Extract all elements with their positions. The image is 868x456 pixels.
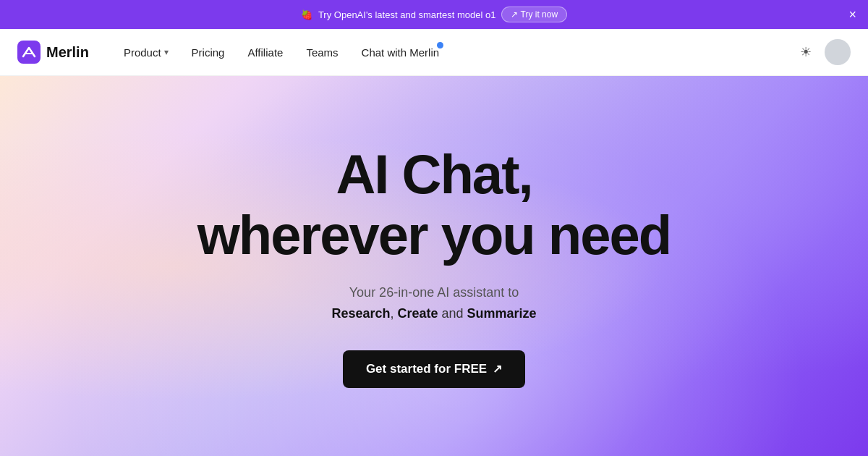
nav-item-affiliate[interactable]: Affiliate	[236, 41, 294, 64]
nav-product-label: Product	[124, 46, 161, 59]
logo-text: Merlin	[46, 44, 89, 61]
cta-label: Get started for FREE	[366, 362, 487, 376]
banner-message: Try OpenAI's latest and smartest model o…	[318, 9, 496, 20]
cta-button[interactable]: Get started for FREE ↗	[343, 350, 525, 388]
hero-word-create: Create	[397, 306, 438, 321]
nav-right: ☀	[796, 39, 851, 65]
hero-title-line1: AI Chat,	[336, 143, 532, 205]
hero-word-summarize: Summarize	[467, 306, 537, 321]
nav-chat-label: Chat with Merlin	[362, 46, 440, 59]
hero-title-line2: wherever you need	[197, 204, 671, 266]
avatar[interactable]	[825, 39, 851, 65]
hero-comma1: ,	[390, 306, 397, 321]
sun-icon: ☀	[800, 45, 812, 59]
logo-icon	[17, 41, 41, 64]
top-banner: 🍓 Try OpenAI's latest and smartest model…	[0, 0, 868, 29]
theme-toggle-button[interactable]: ☀	[796, 40, 816, 64]
nav-affiliate-label: Affiliate	[247, 46, 283, 59]
nav-item-product[interactable]: Product ▾	[112, 41, 180, 64]
nav-item-pricing[interactable]: Pricing	[180, 41, 237, 64]
banner-emoji: 🍓	[301, 9, 312, 20]
hero-title: AI Chat, wherever you need	[197, 144, 671, 265]
navbar: Merlin Product ▾ Pricing Affiliate Teams…	[0, 29, 868, 76]
chat-notification-dot	[437, 42, 443, 48]
svg-rect-0	[17, 41, 41, 64]
hero-and: and	[438, 306, 467, 321]
banner-text: 🍓 Try OpenAI's latest and smartest model…	[301, 7, 567, 22]
nav-teams-label: Teams	[306, 46, 338, 59]
nav-item-chat[interactable]: Chat with Merlin	[350, 41, 451, 64]
try-now-button[interactable]: ↗ Try it now	[501, 7, 567, 22]
nav-pricing-label: Pricing	[192, 46, 225, 59]
hero-section: AI Chat, wherever you need Your 26-in-on…	[0, 76, 868, 456]
hero-subtitle: Your 26-in-one AI assistant to	[349, 282, 519, 303]
hero-subtitle-line2: Research, Create and Summarize	[331, 303, 536, 324]
chevron-down-icon: ▾	[164, 47, 169, 57]
arrow-icon: ↗	[493, 362, 502, 376]
nav-item-teams[interactable]: Teams	[294, 41, 349, 64]
hero-word-research: Research	[331, 306, 390, 321]
logo-link[interactable]: Merlin	[17, 41, 89, 64]
nav-links: Product ▾ Pricing Affiliate Teams Chat w…	[112, 41, 796, 64]
banner-close-button[interactable]: ×	[848, 8, 856, 21]
